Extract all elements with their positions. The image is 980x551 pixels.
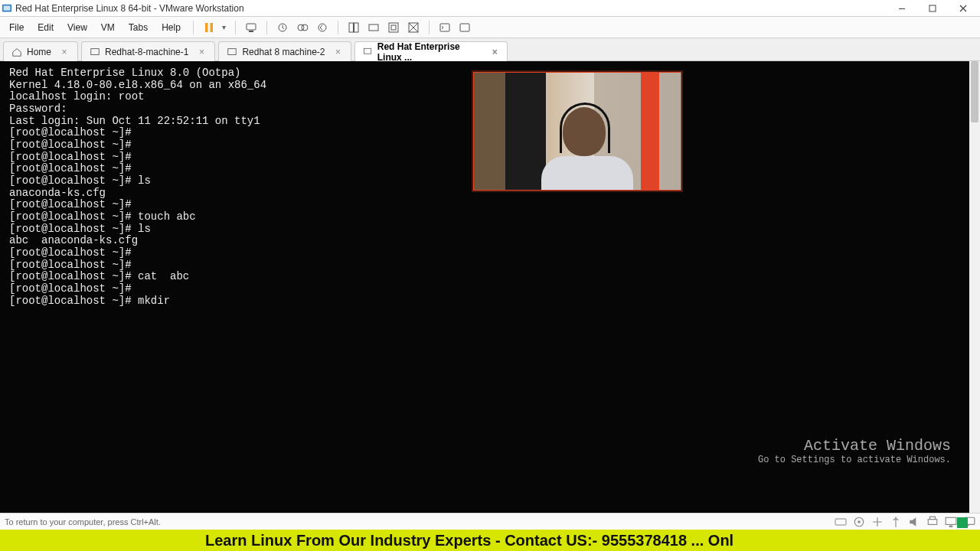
svg-rect-16 bbox=[391, 25, 396, 30]
svg-rect-7 bbox=[249, 31, 253, 32]
console-line: abc anaconda-ks.cfg bbox=[9, 235, 971, 247]
toolbar-separator bbox=[338, 21, 338, 34]
toolbar-separator bbox=[193, 21, 194, 34]
tab-machine-2[interactable]: Redhat 8 machine-2 × bbox=[218, 41, 351, 61]
menu-vm[interactable]: VM bbox=[95, 21, 121, 34]
window-title: Red Hat Enterprise Linux 8 64-bit - VMwa… bbox=[15, 3, 887, 14]
app-icon bbox=[2, 3, 12, 14]
marquee-banner: Learn Linux From Our Industry Experts - … bbox=[0, 530, 980, 551]
svg-rect-29 bbox=[949, 525, 953, 527]
svg-rect-12 bbox=[349, 23, 354, 32]
svg-rect-2 bbox=[899, 8, 905, 9]
svg-rect-15 bbox=[389, 23, 398, 32]
menu-help[interactable]: Help bbox=[155, 21, 187, 34]
console-view-button[interactable] bbox=[436, 18, 454, 37]
library-button[interactable] bbox=[456, 18, 474, 37]
menu-view[interactable]: View bbox=[61, 21, 93, 34]
console-line: [root@localhost ~]# mkdir bbox=[9, 295, 971, 308]
console-line: [root@localhost ~]# ls bbox=[9, 223, 971, 236]
windows-activation-watermark: Activate Windows Go to Settings to activ… bbox=[758, 438, 951, 465]
vertical-scrollbar[interactable] bbox=[969, 61, 980, 513]
hdd-icon[interactable] bbox=[835, 517, 847, 527]
printer-icon[interactable] bbox=[926, 517, 939, 527]
vm-icon bbox=[90, 47, 100, 57]
snapshot-manager-button[interactable] bbox=[293, 18, 312, 37]
svg-rect-21 bbox=[228, 48, 237, 54]
unity-button[interactable] bbox=[404, 18, 423, 37]
titlebar: Red Hat Enterprise Linux 8 64-bit - VMwa… bbox=[0, 0, 980, 17]
maximize-button[interactable] bbox=[917, 0, 948, 17]
console-line: [root@localhost ~]# bbox=[9, 199, 971, 211]
send-to-vm-button[interactable] bbox=[242, 18, 260, 37]
vm-console[interactable]: Red Hat Enterprise Linux 8.0 (Ootpa)Kern… bbox=[0, 61, 980, 513]
menu-edit[interactable]: Edit bbox=[31, 21, 60, 34]
scrollbar-thumb[interactable] bbox=[971, 61, 978, 122]
toolbar-separator bbox=[266, 21, 267, 34]
svg-rect-22 bbox=[364, 49, 371, 54]
watermark-title: Activate Windows bbox=[758, 438, 951, 455]
svg-point-25 bbox=[858, 520, 860, 523]
svg-rect-27 bbox=[930, 517, 936, 519]
accent-square bbox=[957, 517, 968, 528]
tab-home[interactable]: Home × bbox=[3, 41, 78, 61]
toolbar-separator bbox=[429, 21, 430, 34]
svg-rect-26 bbox=[928, 519, 936, 524]
tab-label: Red Hat Enterprise Linux ... bbox=[377, 41, 482, 63]
svg-rect-23 bbox=[835, 519, 846, 525]
revert-snapshot-button[interactable] bbox=[313, 18, 332, 37]
cd-icon[interactable] bbox=[853, 517, 865, 527]
statusbar-hint: To return to your computer, press Ctrl+A… bbox=[5, 517, 161, 527]
webcam-person bbox=[535, 98, 635, 190]
stretch-guest-button[interactable] bbox=[364, 18, 383, 37]
webcam-background bbox=[641, 73, 659, 190]
svg-rect-3 bbox=[929, 5, 936, 11]
tab-bar: Home × Redhat-8-machine-1 × Redhat 8 mac… bbox=[0, 38, 980, 61]
vm-icon bbox=[227, 47, 237, 57]
tab-close-button[interactable]: × bbox=[490, 47, 499, 57]
sound-icon[interactable] bbox=[908, 517, 920, 527]
power-dropdown[interactable]: ▾ bbox=[220, 23, 229, 31]
snapshot-button[interactable] bbox=[273, 18, 292, 37]
tab-close-button[interactable]: × bbox=[59, 47, 70, 57]
menu-file[interactable]: File bbox=[3, 21, 30, 34]
network-icon[interactable] bbox=[871, 517, 884, 527]
svg-rect-18 bbox=[440, 24, 449, 31]
marquee-text: Learn Linux From Our Industry Experts - … bbox=[6, 532, 733, 549]
tab-rhel[interactable]: Red Hat Enterprise Linux ... × bbox=[354, 41, 508, 61]
svg-point-10 bbox=[302, 24, 308, 31]
pause-button[interactable] bbox=[200, 18, 218, 37]
toolbar-separator bbox=[235, 21, 236, 34]
vm-icon bbox=[363, 47, 372, 57]
menubar: File Edit View VM Tabs Help ▾ bbox=[0, 17, 980, 38]
webcam-overlay bbox=[473, 72, 681, 191]
home-icon bbox=[11, 47, 22, 57]
svg-rect-14 bbox=[369, 24, 378, 31]
console-line: [root@localhost ~]# cat abc bbox=[9, 271, 971, 283]
svg-rect-20 bbox=[91, 48, 100, 54]
show-console-button[interactable] bbox=[345, 18, 363, 37]
tab-label: Redhat 8 machine-2 bbox=[242, 47, 325, 57]
svg-rect-4 bbox=[205, 23, 208, 32]
svg-rect-13 bbox=[354, 23, 358, 32]
minimize-button[interactable] bbox=[887, 0, 917, 17]
usb-icon[interactable] bbox=[890, 517, 902, 527]
tab-machine-1[interactable]: Redhat-8-machine-1 × bbox=[81, 41, 215, 61]
console-line: [root@localhost ~]# bbox=[9, 283, 971, 295]
tab-close-button[interactable]: × bbox=[196, 47, 207, 57]
svg-rect-1 bbox=[4, 5, 11, 10]
watermark-subtitle: Go to Settings to activate Windows. bbox=[758, 455, 951, 465]
tab-label: Redhat-8-machine-1 bbox=[105, 47, 188, 57]
svg-rect-5 bbox=[210, 23, 213, 32]
menu-tabs[interactable]: Tabs bbox=[122, 21, 154, 34]
fullscreen-button[interactable] bbox=[384, 18, 403, 37]
close-button[interactable] bbox=[948, 0, 978, 17]
tab-close-button[interactable]: × bbox=[332, 47, 343, 57]
display-icon[interactable] bbox=[945, 517, 957, 527]
console-line: [root@localhost ~]# bbox=[9, 247, 971, 259]
svg-rect-6 bbox=[247, 24, 256, 30]
svg-rect-28 bbox=[946, 517, 956, 524]
console-line: [root@localhost ~]# touch abc bbox=[9, 211, 971, 223]
console-line: [root@localhost ~]# bbox=[9, 259, 971, 272]
svg-point-11 bbox=[318, 24, 326, 31]
statusbar: To return to your computer, press Ctrl+A… bbox=[0, 513, 980, 530]
